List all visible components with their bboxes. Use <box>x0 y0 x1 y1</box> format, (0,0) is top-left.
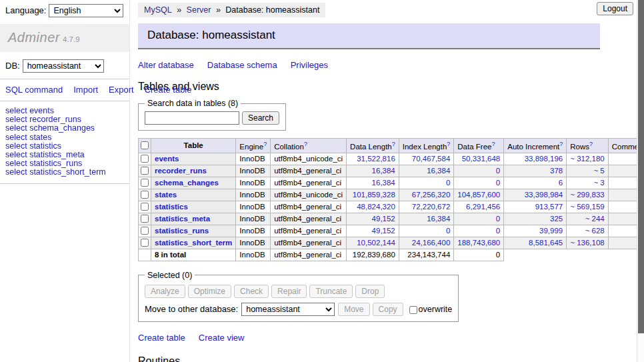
breadcrumb-link-server[interactable]: Server <box>187 5 211 15</box>
table-row-recorder-runs: recorder_runsInnoDButf8mb4_general_ci16,… <box>139 165 644 177</box>
sidebar-link-import[interactable]: Import <box>73 85 98 95</box>
rows-cell[interactable]: ~ 628 <box>567 225 608 237</box>
rows-cell[interactable]: ~ 5 <box>567 165 608 177</box>
help-link-index-length[interactable]: ? <box>447 141 450 147</box>
sidebar-link-export[interactable]: Export <box>109 85 134 95</box>
data-length-cell: 16,384 <box>347 177 399 189</box>
sidebar-table-link-events[interactable]: events <box>29 106 54 115</box>
sidebar-select-link-statistics-short-term[interactable]: select <box>5 167 27 177</box>
help-link-engine[interactable]: ? <box>263 141 267 147</box>
overwrite-checkbox[interactable] <box>409 306 417 314</box>
breadcrumb-link-mysql[interactable]: MySQL <box>144 5 172 15</box>
row-checkbox-schema-changes[interactable] <box>141 179 149 187</box>
db-select[interactable]: homeassistant <box>23 59 104 73</box>
sidebar-select-link-schema-changes[interactable]: select <box>5 123 27 133</box>
data-free-cell: 104,857,600 <box>454 189 504 201</box>
table-link-statistics-runs[interactable]: statistics_runs <box>155 227 209 235</box>
collation-cell: utf8mb4_general_ci <box>271 177 347 189</box>
table-link-events[interactable]: events <box>155 155 179 163</box>
engine-cell: InnoDB <box>236 213 271 225</box>
row-checkbox-statistics-short-term[interactable] <box>141 239 149 247</box>
help-link-data-free[interactable]: ? <box>491 141 495 147</box>
db-label: DB: <box>5 61 20 71</box>
sidebar-table-link-states[interactable]: states <box>29 133 51 142</box>
db-link-alter-database[interactable]: Alter database <box>138 60 194 70</box>
search-button[interactable]: Search <box>242 111 279 125</box>
rows-cell[interactable]: ~ 569,159 <box>567 201 608 213</box>
db-link-privileges[interactable]: Privileges <box>291 60 328 70</box>
sidebar-table-link-statistics-meta[interactable]: statistics_meta <box>29 150 85 159</box>
rows-cell[interactable]: ~ 244 <box>567 213 608 225</box>
row-checkbox-states[interactable] <box>141 191 149 199</box>
create-link-create-table[interactable]: Create table <box>138 333 185 343</box>
sidebar-select-link-events[interactable]: select <box>5 106 27 115</box>
index-length-cell: 70,467,584 <box>399 153 454 165</box>
sidebar-select-link-statistics-meta[interactable]: select <box>5 150 27 159</box>
row-checkbox-statistics-meta[interactable] <box>141 215 149 223</box>
sidebar-select-link-states[interactable]: select <box>5 133 27 142</box>
row-checkbox-statistics-runs[interactable] <box>141 227 149 235</box>
rows-cell[interactable]: ~ 312,180 <box>567 153 608 165</box>
collation-cell: utf8mb4_general_ci <box>271 225 347 237</box>
adminer-brand[interactable]: Adminer <box>8 30 60 45</box>
logout-button[interactable]: Logout <box>597 2 633 15</box>
column-header-data-free: Data Free? <box>454 139 504 153</box>
database-action-links: Alter databaseDatabase schemaPrivileges <box>138 60 600 70</box>
check-button[interactable]: Check <box>234 285 269 298</box>
row-checkbox-events[interactable] <box>141 155 149 163</box>
column-header-index-length: Index Length? <box>399 139 454 153</box>
repair-button[interactable]: Repair <box>271 285 307 298</box>
table-name-cell: recorder_runs <box>151 165 236 177</box>
sidebar-link-sql-command[interactable]: SQL command <box>5 85 63 95</box>
sidebar-table-link-schema-changes[interactable]: schema_changes <box>29 123 95 133</box>
vertical-scrollbar[interactable] <box>637 0 644 362</box>
help-link-auto-increment[interactable]: ? <box>559 141 563 147</box>
table-row-states: statesInnoDButf8mb4_unicode_ci101,859,32… <box>139 189 644 201</box>
analyze-button[interactable]: Analyze <box>145 285 185 298</box>
table-link-recorder-runs[interactable]: recorder_runs <box>155 167 207 175</box>
table-link-statistics-short-term[interactable]: statistics_short_term <box>155 239 232 247</box>
move-db-select[interactable]: homeassistant <box>241 303 335 316</box>
adminer-logo[interactable]: Adminer4.7.9 <box>0 24 129 52</box>
row-checkbox-cell <box>139 189 151 201</box>
help-link-collation[interactable]: ? <box>304 141 307 147</box>
copy-button[interactable]: Copy <box>373 303 403 316</box>
rows-cell[interactable]: ~ 299,833 <box>567 189 608 201</box>
rows-cell[interactable]: ~ 136,108 <box>567 237 608 249</box>
sidebar-table-link-statistics[interactable]: statistics <box>29 141 61 151</box>
auto-increment-cell: 913,577 <box>504 201 567 213</box>
sidebar-table-link-recorder-runs[interactable]: recorder_runs <box>29 115 81 124</box>
search-input[interactable] <box>145 111 239 125</box>
sidebar-link-create-table[interactable]: Create table <box>145 85 192 95</box>
optimize-button[interactable]: Optimize <box>188 285 231 298</box>
move-button[interactable]: Move <box>338 303 369 316</box>
sidebar-select-link-statistics[interactable]: select <box>5 141 27 151</box>
row-checkbox-statistics[interactable] <box>141 203 149 211</box>
routines-heading: Routines <box>138 355 600 362</box>
help-link-rows[interactable]: ? <box>589 141 593 147</box>
table-link-states[interactable]: states <box>155 191 177 199</box>
table-name-cell: states <box>151 189 236 201</box>
scrollbar-thumb[interactable] <box>638 0 644 333</box>
sidebar-table-link-statistics-short-term[interactable]: statistics_short_term <box>29 167 106 177</box>
sidebar-table-link-statistics-runs[interactable]: statistics_runs <box>29 159 82 168</box>
total-collation-cell: utf8mb4_general_ci <box>271 249 347 261</box>
sidebar-select-link-statistics-runs[interactable]: select <box>5 159 27 168</box>
data-free-cell: 0 <box>454 213 504 225</box>
table-link-statistics-meta[interactable]: statistics_meta <box>155 215 210 223</box>
rows-cell[interactable]: ~ 3 <box>567 177 608 189</box>
truncate-button[interactable]: Truncate <box>309 285 353 298</box>
table-link-schema-changes[interactable]: schema_changes <box>155 179 219 187</box>
table-link-statistics[interactable]: statistics <box>155 203 188 211</box>
sidebar-select-link-recorder-runs[interactable]: select <box>5 115 27 124</box>
db-link-database-schema[interactable]: Database schema <box>207 60 277 70</box>
help-link-data-length[interactable]: ? <box>392 141 395 147</box>
select-all-checkbox[interactable] <box>141 141 149 149</box>
row-checkbox-cell <box>139 153 151 165</box>
data-length-cell: 49,152 <box>347 213 399 225</box>
search-legend: Search data in tables (8) <box>145 99 241 108</box>
language-select[interactable]: English <box>49 4 123 17</box>
row-checkbox-recorder-runs[interactable] <box>141 167 149 175</box>
drop-button[interactable]: Drop <box>355 285 385 298</box>
create-link-create-view[interactable]: Create view <box>199 333 245 343</box>
